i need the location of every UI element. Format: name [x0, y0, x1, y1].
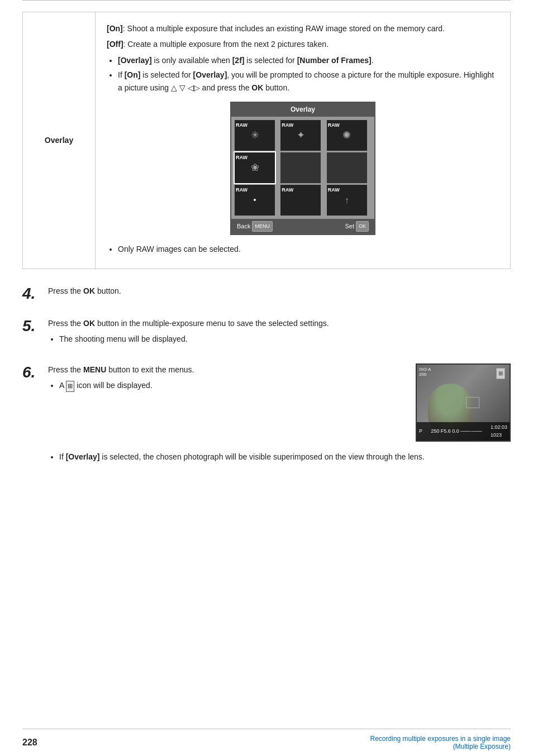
overlay-bold1: [Overlay]	[118, 56, 152, 65]
dialog-cell-2: RAW ✦	[280, 120, 321, 151]
step-6-note-overlay: If [Overlay] is selected, the chosen pho…	[59, 451, 511, 463]
raw-label-7: RAW	[236, 186, 248, 194]
back-label: Back	[237, 222, 250, 232]
overlay-content-cell: [On]: Shoot a multiple exposure that inc…	[96, 12, 510, 269]
dialog-cell-6	[327, 152, 367, 183]
dialog-cell-4: RAW ❀	[235, 152, 275, 183]
on-description: [On]: Shoot a multiple exposure that inc…	[107, 22, 499, 35]
step-6-number: 6.	[22, 365, 39, 380]
iso-value: ISO·A	[419, 367, 431, 372]
dialog-cell-5	[280, 152, 321, 183]
page-number: 228	[22, 738, 37, 748]
multi-exposure-icon: ⊞	[66, 381, 74, 392]
burst-icon-2: ✦	[297, 127, 305, 143]
step-5-number: 5.	[22, 318, 39, 334]
footer-title-line2: (Multiple Exposure)	[370, 743, 511, 750]
dialog-cell-1: RAW ✳	[235, 120, 275, 151]
step-5-bullets: The shooting menu will be displayed.	[59, 333, 511, 345]
burst-icon-3: ✺	[342, 127, 351, 143]
step-6: 6. Press the MENU button to exit the men…	[22, 363, 511, 465]
overlay-bullets: [Overlay] is only available when [2f] is…	[118, 54, 499, 94]
step-6-with-image: Press the MENU button to exit the menus.…	[48, 363, 511, 442]
overlay-label-cell: Overlay	[23, 12, 96, 269]
step-4-text: Press the OK button.	[48, 286, 121, 295]
step-5-bullet-1: The shooting menu will be displayed.	[59, 333, 511, 345]
mode-display: P	[419, 427, 422, 435]
back-btn: Back MENU	[237, 221, 273, 231]
viewfinder-inner: ISO·A 200 ⊞ P 250 F5.6 0.0 ——·—— 1:02:03…	[417, 365, 510, 441]
ok-bold-5: OK	[83, 319, 95, 328]
overlay-dialog: Overlay RAW ✳ RAW ✦ RAW ✺	[230, 102, 375, 235]
on-text: [On]	[107, 24, 123, 33]
step-6-text: Press the MENU button to exit the menus.	[48, 365, 194, 374]
page-footer: 228 Recording multiple exposures in a si…	[0, 729, 533, 756]
step-4: 4. Press the OK button.	[22, 285, 511, 302]
step-5-content: Press the OK button in the multiple-expo…	[48, 317, 511, 348]
on-desc: : Shoot a multiple exposure that include…	[123, 24, 445, 33]
step-5-text: Press the OK button in the multiple-expo…	[48, 319, 329, 328]
raw-label-2: RAW	[282, 121, 293, 129]
shutter-display: 250 F5.6 0.0 ——·——	[431, 427, 482, 435]
ok-bold-4: OK	[83, 286, 95, 295]
set-btn: Set OK	[345, 221, 369, 231]
number-frames-bold: [Number of Frames]	[297, 56, 372, 65]
raw-label-3: RAW	[328, 121, 340, 129]
step-4-number: 4.	[22, 286, 39, 302]
bullet-overlay-on: If [On] is selected for [Overlay], you w…	[118, 69, 499, 94]
overlay-bold-6: [Overlay]	[66, 452, 100, 461]
focus-box	[466, 397, 479, 408]
main-content: Overlay [On]: Shoot a multiple exposure …	[0, 1, 533, 729]
only-raw-list: Only RAW images can be selected.	[118, 243, 499, 255]
set-label: Set	[345, 222, 354, 232]
nav-arrows: △ ▽ ◁▷	[171, 83, 200, 92]
viewfinder-bottom: P 250 F5.6 0.0 ——·—— 1:02:031023	[417, 422, 510, 441]
overlay-label: Overlay	[45, 136, 73, 145]
multi-exp-badge: ⊞	[496, 368, 505, 379]
footer-title: Recording multiple exposures in a single…	[370, 735, 511, 750]
iso-display: ISO·A 200	[419, 367, 431, 377]
time-shots: 1:02:031023	[491, 423, 507, 439]
dialog-grid: RAW ✳ RAW ✦ RAW ✺ RAW	[231, 117, 374, 219]
on-bold: [On]	[125, 70, 141, 79]
dot-icon: •	[254, 194, 256, 206]
step-6-bullet-1: A ⊞ icon will be displayed.	[59, 379, 404, 392]
off-description: [Off]: Create a multiple exposure from t…	[107, 38, 499, 50]
off-desc: : Create a multiple exposure from the ne…	[123, 40, 329, 49]
flower-icon: ❀	[251, 160, 259, 176]
footer-title-line1: Recording multiple exposures in a single…	[370, 735, 511, 743]
page: Overlay [On]: Shoot a multiple exposure …	[0, 0, 533, 756]
step-6-text-col: Press the MENU button to exit the menus.…	[48, 363, 404, 394]
step-5: 5. Press the OK button in the multiple-e…	[22, 317, 511, 348]
step-4-content: Press the OK button.	[48, 285, 511, 297]
off-text: [Off]	[107, 40, 123, 49]
2f-bold: [2f]	[232, 56, 245, 65]
raw-label-9: RAW	[328, 186, 340, 194]
bullet-overlay-frames: [Overlay] is only available when [2f] is…	[118, 54, 499, 66]
menu-bold-6: MENU	[83, 365, 106, 374]
raw-label-4: RAW	[236, 154, 248, 161]
step-6-notes: If [Overlay] is selected, the chosen pho…	[59, 451, 511, 463]
overlay-bold2: [Overlay]	[193, 70, 227, 79]
burst-icon-1: ✳	[251, 127, 259, 143]
dialog-cell-8: RAW	[280, 185, 321, 216]
dialog-cell-3: RAW ✺	[327, 120, 367, 151]
raw-label-8: RAW	[282, 186, 293, 194]
dialog-footer: Back MENU Set OK	[231, 219, 374, 233]
dialog-cell-9: RAW ↑	[327, 185, 367, 216]
viewfinder: ISO·A 200 ⊞ P 250 F5.6 0.0 ——·—— 1:02:03…	[416, 363, 511, 442]
back-key: MENU	[252, 221, 273, 231]
arrow-icon: ↑	[345, 193, 349, 208]
set-key: OK	[356, 221, 369, 231]
ok-bold1: OK	[251, 83, 263, 92]
dialog-title: Overlay	[231, 103, 374, 117]
step-6-bullets: A ⊞ icon will be displayed.	[59, 379, 404, 392]
overlay-table: Overlay [On]: Shoot a multiple exposure …	[22, 12, 511, 269]
dialog-cell-7: RAW •	[235, 185, 275, 216]
raw-label-1: RAW	[236, 121, 248, 129]
only-raw-note: Only RAW images can be selected.	[118, 243, 499, 255]
step-6-content: Press the MENU button to exit the menus.…	[48, 363, 511, 465]
iso-number: 200	[419, 372, 431, 377]
